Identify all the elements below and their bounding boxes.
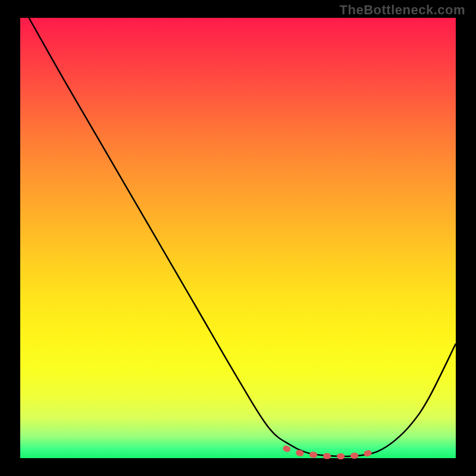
bottleneck-curve	[29, 18, 456, 456]
chart-svg	[20, 18, 456, 458]
watermark-text: TheBottleneck.com	[340, 2, 465, 18]
chart-plot-area	[20, 18, 456, 458]
